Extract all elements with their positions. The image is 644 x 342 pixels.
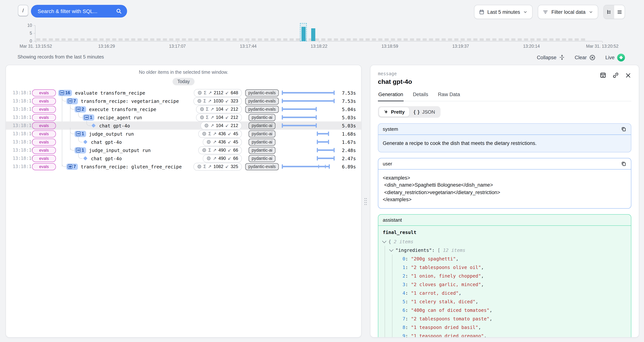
x-axis-tick-label: 13:19:37 xyxy=(452,44,469,48)
json-item-comma: , xyxy=(481,264,484,270)
trace-row[interactable]: 13:18:11evals7transform_recipe: vegetari… xyxy=(6,97,361,105)
leaf-diamond-icon xyxy=(83,156,88,160)
json-view-button[interactable]: { } JSON xyxy=(409,107,440,116)
trace-row[interactable]: 13:18:11evals2execute transform_recipeΣ↗… xyxy=(6,105,361,113)
json-item-index: 1 xyxy=(402,264,405,270)
trace-row-tree-cell: 1judge_output run xyxy=(58,130,176,138)
expand-collapse-badge[interactable]: 1 xyxy=(74,130,86,137)
trace-row[interactable]: 13:18:16evals1judge_output runΣ↗436↙45py… xyxy=(6,130,361,138)
trace-row-duration: 1.68s xyxy=(336,131,356,136)
json-array-item: 2: "1 onion, finely chopped", xyxy=(402,272,626,280)
x-axis-tick-label: 13:18:22 xyxy=(311,44,328,48)
showing-records-label: Showing records from the last 5 minutes xyxy=(18,54,104,60)
duration-gantt-bar xyxy=(317,133,329,134)
histogram-bar[interactable] xyxy=(311,28,315,41)
input-tokens-arrow-icon: ↗ xyxy=(210,123,214,128)
search-button[interactable]: Search & filter with SQL... xyxy=(31,5,127,18)
input-tokens-count: 1030 xyxy=(213,98,223,104)
filter-lines-icon xyxy=(543,9,548,15)
span-count: 7 xyxy=(74,164,76,169)
token-usage-pill: Σ↗1082↙325 xyxy=(194,162,242,170)
instrumentation-tag: pydantic-ai xyxy=(248,155,275,162)
sigma-total-icon: Σ xyxy=(208,132,211,136)
trace-row[interactable]: 13:18:16evalschat gpt-4o↗490↙66pydantic-… xyxy=(6,154,361,162)
json-array-item: 5: "1 celery stalk, diced", xyxy=(402,297,626,306)
tab-details[interactable]: Details xyxy=(412,92,429,101)
top-bar: / Search & filter with SQL... Last 5 min… xyxy=(0,0,644,21)
output-tokens-count: 66 xyxy=(233,156,238,161)
tab-raw-data[interactable]: Raw Data xyxy=(438,92,460,101)
tree-elbow-connector xyxy=(86,120,91,126)
trace-row-timestamp: 13:18:16 xyxy=(13,148,30,153)
json-item-index: 3 xyxy=(402,282,405,287)
json-array-item: 3: "2 cloves garlic, minced", xyxy=(402,280,626,288)
expand-collapse-badge[interactable]: 1 xyxy=(74,147,86,153)
trace-row[interactable]: 13:18:11evals1recipe_agent runΣ↗104↙212p… xyxy=(6,113,361,122)
trace-row-label: chat gpt-4o xyxy=(99,123,130,128)
output-tokens-arrow-icon: ↙ xyxy=(225,123,229,128)
copy-icon[interactable] xyxy=(621,126,626,132)
output-tokens-count: 45 xyxy=(233,131,238,136)
live-label: Live xyxy=(605,54,614,60)
input-tokens-arrow-icon: ↗ xyxy=(213,131,216,136)
expand-collapse-badge[interactable]: 7 xyxy=(66,163,78,170)
evals-badge: evals xyxy=(32,122,56,129)
x-axis-line xyxy=(35,41,602,41)
json-item-comma: , xyxy=(475,298,478,304)
list-view-button[interactable] xyxy=(614,5,624,19)
output-tokens-count: 648 xyxy=(231,90,238,95)
panel-resize-grip[interactable] xyxy=(363,197,368,206)
expand-collapse-badge[interactable]: 2 xyxy=(74,106,86,112)
expand-collapse-badge[interactable]: 7 xyxy=(66,98,78,104)
trace-row[interactable]: 13:18:11evals16evaluate transform_recipe… xyxy=(6,89,361,97)
tab-generation[interactable]: Generation xyxy=(378,92,404,101)
user-message-text: <examples> <dish_name>Spaghetti Bolognes… xyxy=(378,169,631,208)
archive-box-icon[interactable] xyxy=(600,72,606,78)
trace-row-timestamp: 13:18:16 xyxy=(13,156,30,161)
status-bar: Showing records from the last 5 minutes … xyxy=(0,52,644,62)
trace-row-duration: 6.89s xyxy=(336,164,356,169)
chevron-down-icon[interactable] xyxy=(389,247,394,252)
slash-shortcut-key: / xyxy=(18,5,28,16)
trace-row[interactable]: 13:18:11evalschat gpt-4o↗104↙212pydantic… xyxy=(6,122,361,130)
braces-icon: { } xyxy=(414,109,420,115)
sigma-total-icon: Σ xyxy=(204,90,206,95)
trace-row-timestamp: 13:18:11 xyxy=(13,90,30,95)
output-tokens-arrow-icon: ↙ xyxy=(225,106,229,112)
copy-link-icon[interactable] xyxy=(612,72,619,78)
json-item-colon: : xyxy=(405,256,411,261)
today-chip[interactable]: Today xyxy=(172,78,195,85)
token-usage-pill: Σ↗104↙212 xyxy=(196,114,242,121)
tree-view-button[interactable] xyxy=(604,5,614,19)
token-usage-pill: ↗436↙45 xyxy=(203,138,242,146)
trace-row[interactable]: 13:18:11evals7transform_recipe: gluten_f… xyxy=(6,162,361,171)
trace-rows: 13:18:11evals16evaluate transform_recipe… xyxy=(6,89,361,171)
input-tokens-arrow-icon: ↗ xyxy=(213,156,216,161)
collapse-button[interactable]: Collapse xyxy=(537,54,565,60)
time-range-button[interactable]: Last 5 minutes xyxy=(474,5,533,19)
detail-header-actions xyxy=(600,72,631,78)
token-usage-pill: Σ↗104↙212 xyxy=(196,105,242,113)
trace-row-tag-cell: pydantic-evals xyxy=(244,89,280,96)
trace-row[interactable]: 13:18:16evals1judge_input_output runΣ↗49… xyxy=(6,146,361,154)
filter-local-data-button[interactable]: Filter local data xyxy=(538,5,598,19)
x-axis-tick-label: 13:17:07 xyxy=(169,44,186,48)
trace-row-gantt-cell xyxy=(282,122,334,130)
json-item-colon: : xyxy=(405,324,411,330)
expand-collapse-badge[interactable]: 1 xyxy=(83,114,94,120)
copy-icon[interactable] xyxy=(621,161,626,166)
live-toggle-button[interactable]: Live xyxy=(605,54,625,61)
token-usage-pill: Σ↗2112↙648 xyxy=(194,89,242,97)
chevron-down-icon[interactable] xyxy=(382,239,386,243)
expand-collapse-badge[interactable]: 16 xyxy=(58,90,72,96)
sigma-total-icon: Σ xyxy=(206,107,208,112)
trace-row[interactable]: 13:18:16evalschat gpt-4o↗436↙45pydantic-… xyxy=(6,138,361,146)
trace-row-tokens-cell: Σ↗1082↙325 xyxy=(178,162,242,170)
trace-row-tokens-cell: ↗490↙66 xyxy=(178,154,242,162)
trace-row-tag-cell: pydantic-ai xyxy=(244,130,280,137)
pretty-view-button[interactable]: Pretty xyxy=(379,107,409,116)
trace-row-tree-cell: chat gpt-4o xyxy=(58,138,176,146)
close-icon[interactable] xyxy=(625,72,631,78)
clear-button[interactable]: Clear xyxy=(575,54,596,60)
instrumentation-tag: pydantic-ai xyxy=(248,130,275,137)
